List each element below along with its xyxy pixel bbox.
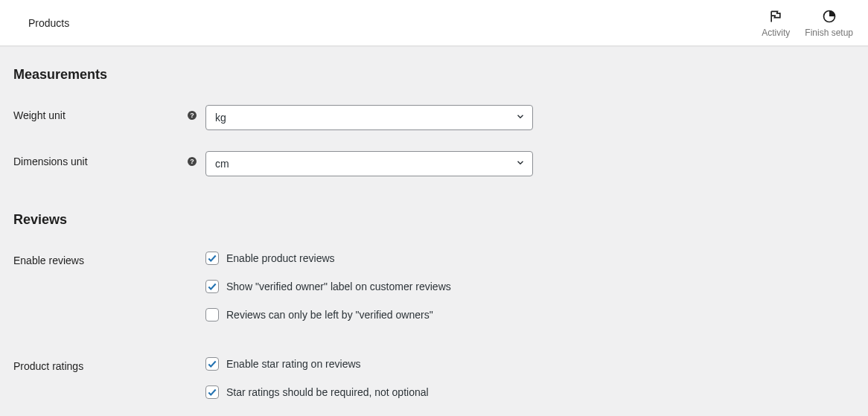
weight-unit-label-text: Weight unit — [13, 109, 66, 121]
enable-reviews-field: Enable product reviews Show "verified ow… — [205, 250, 451, 321]
help-icon[interactable]: ? — [188, 111, 197, 120]
star-rating-required-checkbox[interactable] — [205, 385, 219, 399]
enable-star-rating-checkbox[interactable] — [205, 357, 219, 371]
header: Products Activity Finish setup — [0, 0, 868, 46]
product-ratings-label: Product ratings — [13, 356, 205, 372]
finish-setup-label: Finish setup — [805, 28, 853, 38]
verified-owner-label-checkbox[interactable] — [205, 280, 219, 293]
flag-icon — [768, 8, 783, 25]
star-rating-required-label[interactable]: Star ratings should be required, not opt… — [226, 386, 429, 398]
enable-reviews-label-text: Enable reviews — [13, 255, 84, 266]
product-ratings-options: Enable star rating on reviews Star ratin… — [205, 356, 429, 399]
enable-reviews-label: Enable reviews — [13, 250, 205, 266]
dimensions-unit-field: cm — [205, 151, 533, 176]
weight-unit-select-wrap: kg — [205, 105, 533, 130]
enable-reviews-options: Enable product reviews Show "verified ow… — [205, 250, 451, 321]
svg-text:?: ? — [190, 158, 194, 165]
weight-unit-row: Weight unit ? kg — [13, 105, 855, 130]
enable-product-reviews-label[interactable]: Enable product reviews — [226, 252, 335, 264]
activity-label: Activity — [762, 28, 790, 38]
dimensions-unit-select[interactable]: cm — [205, 151, 533, 176]
enable-product-reviews-checkbox[interactable] — [205, 252, 219, 265]
product-ratings-row: Product ratings Enable star rating on re… — [13, 356, 855, 399]
progress-circle-icon — [822, 8, 837, 25]
dimensions-unit-label-text: Dimensions unit — [13, 156, 88, 167]
weight-unit-value: kg — [215, 112, 226, 124]
verified-owner-label-option: Show "verified owner" label on customer … — [205, 280, 451, 293]
help-icon[interactable]: ? — [188, 157, 197, 166]
weight-unit-field: kg — [205, 105, 533, 130]
page-title: Products — [28, 17, 69, 29]
dimensions-unit-row: Dimensions unit ? cm — [13, 151, 855, 176]
verified-owner-only-checkbox[interactable] — [205, 308, 219, 321]
weight-unit-select[interactable]: kg — [205, 105, 533, 130]
header-actions: Activity Finish setup — [762, 8, 853, 38]
enable-star-rating-label[interactable]: Enable star rating on reviews — [226, 358, 361, 370]
star-rating-required-option: Star ratings should be required, not opt… — [205, 385, 429, 399]
svg-text:?: ? — [190, 112, 194, 119]
finish-setup-button[interactable]: Finish setup — [805, 8, 853, 38]
content: Measurements Weight unit ? kg — [0, 46, 868, 416]
reviews-heading: Reviews — [13, 212, 855, 228]
verified-owner-only-label[interactable]: Reviews can only be left by "verified ow… — [226, 309, 433, 321]
measurements-heading: Measurements — [13, 67, 855, 83]
dimensions-unit-value: cm — [215, 158, 229, 170]
dimensions-unit-select-wrap: cm — [205, 151, 533, 176]
product-ratings-field: Enable star rating on reviews Star ratin… — [205, 356, 429, 399]
enable-product-reviews-option: Enable product reviews — [205, 252, 451, 265]
activity-button[interactable]: Activity — [762, 8, 790, 38]
weight-unit-label: Weight unit ? — [13, 105, 205, 121]
verified-owner-only-option: Reviews can only be left by "verified ow… — [205, 308, 451, 321]
product-ratings-label-text: Product ratings — [13, 360, 83, 372]
enable-reviews-row: Enable reviews Enable product reviews Sh… — [13, 250, 855, 321]
verified-owner-label-label[interactable]: Show "verified owner" label on customer … — [226, 281, 451, 292]
enable-star-rating-option: Enable star rating on reviews — [205, 357, 429, 371]
dimensions-unit-label: Dimensions unit ? — [13, 151, 205, 167]
